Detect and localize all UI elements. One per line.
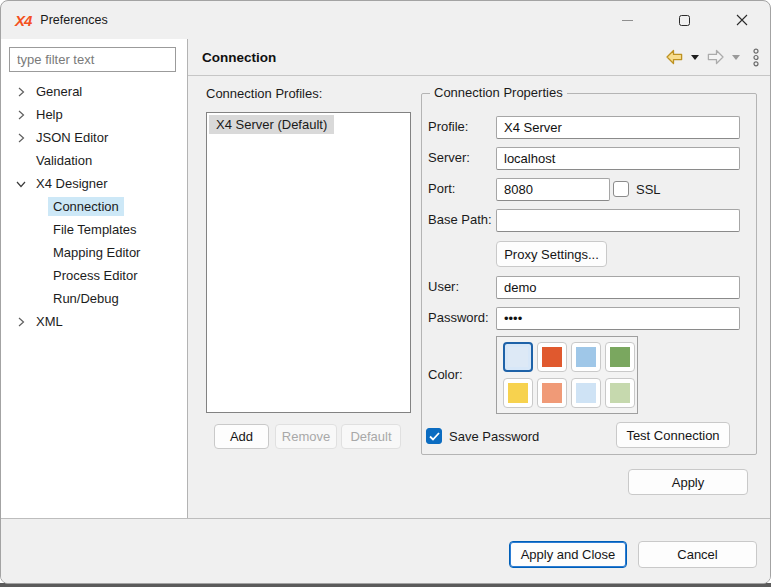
connection-profiles-label: Connection Profiles:	[206, 86, 322, 101]
maximize-button[interactable]	[656, 1, 713, 39]
profile-input[interactable]	[496, 116, 740, 139]
tree-item-label: Validation	[31, 151, 97, 170]
color-swatch-1[interactable]	[503, 342, 533, 372]
tree-item-json-editor[interactable]: JSON Editor	[1, 126, 187, 149]
profile-label: Profile:	[428, 119, 468, 134]
color-swatch-8[interactable]	[605, 378, 635, 408]
titlebar[interactable]: X4 Preferences	[1, 1, 770, 39]
app-logo: X4	[15, 12, 31, 29]
close-icon	[736, 14, 748, 26]
tree-item-xml[interactable]: XML	[1, 310, 187, 333]
tree-item-mapping-editor[interactable]: Mapping Editor	[1, 241, 187, 264]
main-panel: Connection Conn	[188, 39, 771, 518]
tree-item-label: General	[31, 82, 87, 101]
minimize-icon	[622, 20, 633, 21]
history-toolbar	[665, 48, 760, 67]
color-swatch-fill	[576, 347, 596, 367]
apply-button[interactable]: Apply	[628, 469, 748, 495]
add-button[interactable]: Add	[214, 424, 269, 449]
tree-item-run-debug[interactable]: Run/Debug	[1, 287, 187, 310]
window-controls	[599, 1, 770, 39]
preferences-dialog: X4 Preferences	[0, 0, 771, 584]
port-input[interactable]	[496, 178, 610, 201]
window-title: Preferences	[40, 13, 107, 27]
default-button[interactable]: Default	[341, 424, 401, 449]
tree-item-label: Process Editor	[48, 266, 143, 285]
base-path-input[interactable]	[496, 209, 740, 232]
connection-properties-group: Connection Properties Profile: Server: P…	[421, 93, 757, 455]
tree-item-general[interactable]: General	[1, 80, 187, 103]
back-arrow-icon[interactable]	[665, 49, 684, 65]
cancel-button[interactable]: Cancel	[638, 541, 757, 568]
view-menu-icon[interactable]	[752, 48, 760, 67]
tree-item-label: X4 Designer	[31, 174, 113, 193]
tree-item-validation[interactable]: Validation	[1, 149, 187, 172]
tree-item-help[interactable]: Help	[1, 103, 187, 126]
color-swatch-fill	[542, 347, 562, 367]
tree-spacer	[14, 154, 28, 168]
footer-bar: Apply and Close Cancel	[1, 518, 771, 584]
maximize-icon	[679, 15, 690, 26]
color-swatch-fill	[610, 383, 630, 403]
preferences-tree: General Help JSON Editor Validat	[1, 80, 187, 333]
tree-item-process-editor[interactable]: Process Editor	[1, 264, 187, 287]
filter-input[interactable]	[9, 47, 176, 72]
forward-arrow-icon	[706, 49, 725, 65]
page-header: Connection	[188, 39, 771, 76]
color-swatch-5[interactable]	[503, 378, 533, 408]
tree-item-label: Mapping Editor	[48, 243, 145, 262]
color-swatch-fill	[508, 347, 528, 367]
tree-item-label: Help	[31, 105, 68, 124]
screen: X4 Preferences	[0, 0, 771, 587]
color-swatch-fill	[576, 383, 596, 403]
minimize-button[interactable]	[599, 1, 656, 39]
tree-item-label: XML	[31, 312, 68, 331]
server-input[interactable]	[496, 147, 740, 170]
color-palette	[496, 336, 638, 414]
user-label: User:	[428, 279, 459, 294]
sidebar: General Help JSON Editor Validat	[1, 39, 188, 518]
tree-item-label: JSON Editor	[31, 128, 113, 147]
port-label: Port:	[428, 181, 455, 196]
tree-item-file-templates[interactable]: File Templates	[1, 218, 187, 241]
list-item-profile[interactable]: X4 Server (Default)	[209, 115, 334, 134]
check-icon	[429, 432, 440, 441]
proxy-settings-button[interactable]: Proxy Settings...	[496, 241, 607, 267]
connection-profiles-list[interactable]: X4 Server (Default)	[206, 112, 411, 413]
close-button[interactable]	[713, 1, 770, 39]
color-swatch-6[interactable]	[537, 378, 567, 408]
chevron-right-icon[interactable]	[14, 315, 28, 329]
user-input[interactable]	[496, 276, 740, 299]
apply-and-close-button[interactable]: Apply and Close	[509, 541, 627, 568]
ssl-label[interactable]: SSL	[636, 182, 661, 197]
tree-item-label: Run/Debug	[48, 289, 124, 308]
chevron-right-icon[interactable]	[14, 131, 28, 145]
password-label: Password:	[428, 310, 489, 325]
color-label: Color:	[428, 367, 463, 382]
color-swatch-3[interactable]	[571, 342, 601, 372]
tree-item-connection[interactable]: Connection	[1, 195, 187, 218]
server-label: Server:	[428, 150, 470, 165]
save-password-label[interactable]: Save Password	[449, 429, 539, 444]
color-swatch-2[interactable]	[537, 342, 567, 372]
color-swatch-fill	[542, 383, 562, 403]
remove-button[interactable]: Remove	[275, 424, 337, 449]
color-swatch-7[interactable]	[571, 378, 601, 408]
forward-history-dropdown-icon[interactable]	[732, 55, 740, 60]
tree-item-label-selected: Connection	[48, 197, 124, 216]
tree-item-label: File Templates	[48, 220, 142, 239]
base-path-label: Base Path:	[428, 212, 492, 227]
password-input[interactable]	[496, 307, 740, 330]
back-history-dropdown-icon[interactable]	[691, 55, 699, 60]
color-swatch-fill	[610, 347, 630, 367]
chevron-right-icon[interactable]	[14, 85, 28, 99]
tree-item-x4-designer[interactable]: X4 Designer	[1, 172, 187, 195]
ssl-checkbox[interactable]	[613, 181, 629, 197]
save-password-checkbox[interactable]	[426, 428, 442, 444]
test-connection-button[interactable]: Test Connection	[616, 422, 730, 448]
group-legend: Connection Properties	[430, 85, 567, 100]
chevron-right-icon[interactable]	[14, 108, 28, 122]
chevron-down-icon[interactable]	[14, 177, 28, 191]
color-swatch-4[interactable]	[605, 342, 635, 372]
color-swatch-fill	[508, 383, 528, 403]
